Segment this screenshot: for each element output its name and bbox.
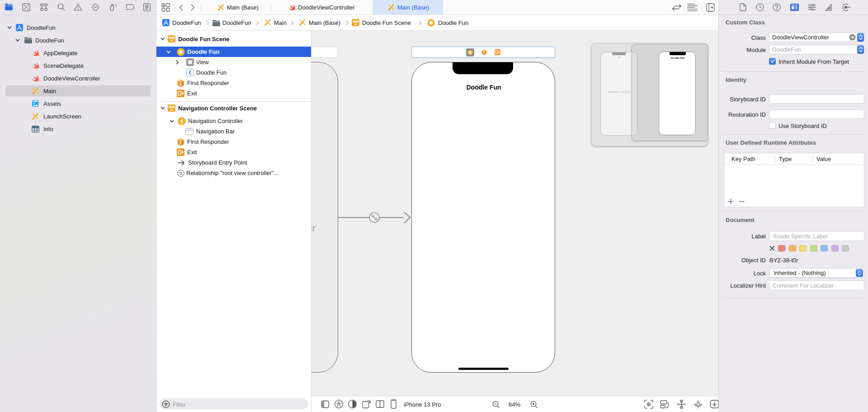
svg-text:1: 1: [483, 51, 485, 54]
svg-text:1: 1: [179, 81, 182, 86]
svg-text:1: 1: [179, 140, 182, 145]
svg-text:Title: Title: [189, 128, 191, 130]
